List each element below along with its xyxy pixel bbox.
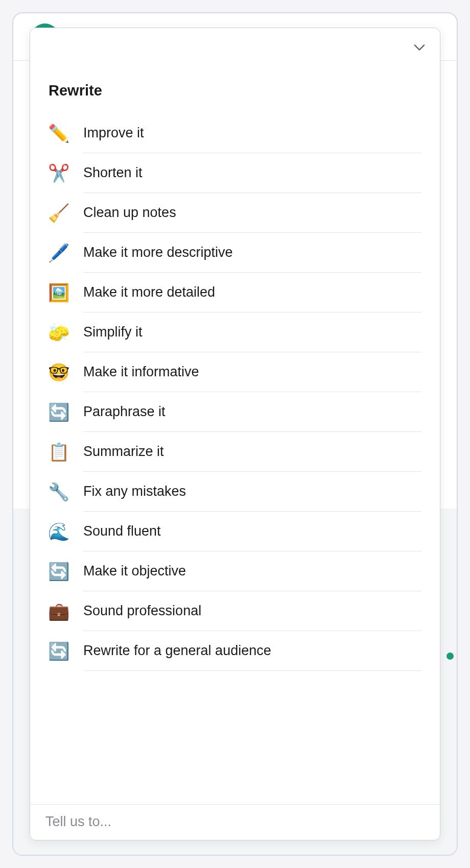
custom-prompt-bar: [30, 804, 440, 840]
rewrite-item-shorten-it[interactable]: ✂️Shorten it: [49, 153, 421, 193]
chevron-down-icon: [414, 44, 425, 51]
menu-label-wrap: Make it more descriptive: [83, 233, 421, 273]
rewrite-item-more-descriptive[interactable]: 🖊️Make it more descriptive: [49, 233, 421, 273]
rewrite-item-more-detailed-icon: 🖼️: [49, 282, 69, 303]
rewrite-item-fix-mistakes-icon: 🔧: [49, 481, 69, 502]
rewrite-item-informative[interactable]: 🤓Make it informative: [49, 352, 421, 392]
rewrite-item-clean-up-notes[interactable]: 🧹Clean up notes: [49, 193, 421, 233]
rewrite-item-professional[interactable]: 💼Sound professional: [49, 591, 421, 631]
menu-label-wrap: Simplify it: [83, 312, 421, 352]
rewrite-item-professional-icon: 💼: [49, 601, 69, 621]
menu-label-wrap: Summarize it: [83, 432, 421, 472]
rewrite-item-objective[interactable]: 🔄Make it objective: [49, 551, 421, 591]
section-title: Rewrite: [49, 82, 421, 99]
rewrite-item-paraphrase-it-icon: 🔄: [49, 402, 69, 422]
rewrite-item-more-descriptive-icon: 🖊️: [49, 243, 69, 263]
menu-item-label: Make it informative: [83, 364, 199, 380]
menu-item-label: Simplify it: [83, 324, 143, 340]
rewrite-item-general-audience[interactable]: 🔄Rewrite for a general audience: [49, 631, 421, 671]
rewrite-item-improve-it-icon: ✏️: [49, 123, 69, 143]
rewrite-item-summarize-it-icon: 📋: [49, 442, 69, 462]
rewrite-item-informative-icon: 🤓: [49, 362, 69, 382]
collapse-button[interactable]: [413, 41, 426, 54]
rewrite-list-container[interactable]: Rewrite ✏️Improve it✂️Shorten it🧹Clean u…: [30, 57, 440, 804]
rewrite-item-sound-fluent-icon: 🌊: [49, 521, 69, 542]
menu-item-label: Improve it: [83, 125, 144, 141]
rewrite-item-more-detailed[interactable]: 🖼️Make it more detailed: [49, 273, 421, 312]
rewrite-item-simplify-it[interactable]: 🧽Simplify it: [49, 312, 421, 352]
rewrite-item-general-audience-icon: 🔄: [49, 641, 69, 661]
menu-label-wrap: Make it informative: [83, 352, 421, 392]
menu-item-label: Paraphrase it: [83, 404, 166, 420]
menu-label-wrap: Shorten it: [83, 153, 421, 193]
menu-item-label: Fix any mistakes: [83, 484, 186, 499]
menu-item-label: Make it objective: [83, 563, 186, 579]
menu-item-label: Sound professional: [83, 603, 201, 619]
menu-item-label: Make it more descriptive: [83, 245, 233, 260]
menu-label-wrap: Improve it: [83, 113, 421, 153]
custom-prompt-input[interactable]: [45, 814, 425, 830]
menu-label-wrap: Clean up notes: [83, 193, 421, 233]
menu-label-wrap: Paraphrase it: [83, 392, 421, 432]
rewrite-menu-list: ✏️Improve it✂️Shorten it🧹Clean up notes🖊…: [49, 113, 421, 671]
menu-label-wrap: Sound fluent: [83, 512, 421, 551]
rewrite-item-summarize-it[interactable]: 📋Summarize it: [49, 432, 421, 472]
rewrite-item-shorten-it-icon: ✂️: [49, 163, 69, 183]
menu-item-label: Make it more detailed: [83, 284, 215, 300]
menu-label-wrap: Sound professional: [83, 591, 421, 631]
menu-label-wrap: Make it objective: [83, 551, 421, 591]
menu-item-label: Rewrite for a general audience: [83, 643, 271, 659]
background-accent-dot: [447, 653, 454, 660]
menu-label-wrap: Make it more detailed: [83, 273, 421, 312]
menu-item-label: Shorten it: [83, 165, 143, 181]
menu-item-label: Summarize it: [83, 444, 164, 460]
rewrite-item-sound-fluent[interactable]: 🌊Sound fluent: [49, 512, 421, 551]
panel-header: [30, 28, 440, 57]
app-frame: Rewrite ✏️Improve it✂️Shorten it🧹Clean u…: [12, 12, 458, 856]
menu-item-label: Sound fluent: [83, 523, 161, 539]
menu-label-wrap: Rewrite for a general audience: [83, 631, 421, 671]
rewrite-item-fix-mistakes[interactable]: 🔧Fix any mistakes: [49, 472, 421, 512]
rewrite-item-objective-icon: 🔄: [49, 561, 69, 582]
menu-label-wrap: Fix any mistakes: [83, 472, 421, 512]
rewrite-item-paraphrase-it[interactable]: 🔄Paraphrase it: [49, 392, 421, 432]
rewrite-item-improve-it[interactable]: ✏️Improve it: [49, 113, 421, 153]
rewrite-item-simplify-it-icon: 🧽: [49, 322, 69, 343]
menu-item-label: Clean up notes: [83, 205, 176, 221]
rewrite-panel: Rewrite ✏️Improve it✂️Shorten it🧹Clean u…: [30, 28, 440, 840]
rewrite-item-clean-up-notes-icon: 🧹: [49, 203, 69, 223]
